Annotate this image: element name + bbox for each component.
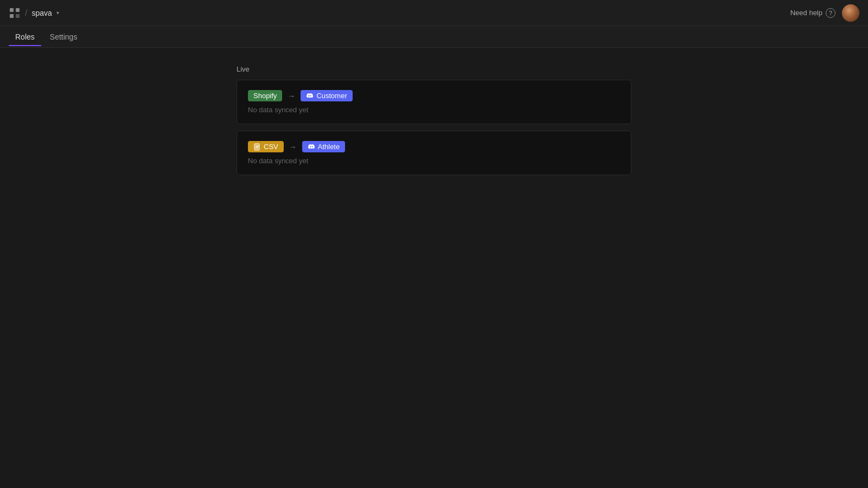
main-content: Live Shopify → Customer No data synced y…	[0, 48, 868, 182]
arrow-icon-2: →	[289, 143, 297, 151]
destination-label-customer: Customer	[316, 92, 347, 100]
csv-file-icon	[253, 143, 261, 151]
avatar-image	[842, 4, 859, 22]
svg-rect-3	[16, 14, 20, 18]
logo-icon	[9, 7, 21, 19]
content-inner: Live Shopify → Customer No data synced y…	[237, 65, 631, 182]
sync-card-csv-athlete[interactable]: CSV → Athlete No data synced yet	[237, 131, 631, 175]
header: / spava ▾ Need help ?	[0, 0, 868, 26]
destination-badge-customer: Customer	[301, 90, 352, 101]
breadcrumb-separator: /	[25, 8, 27, 18]
sync-card-row-2: CSV → Athlete	[248, 141, 620, 152]
header-right: Need help ?	[790, 4, 859, 22]
source-badge-shopify: Shopify	[248, 90, 282, 101]
svg-rect-2	[10, 14, 14, 18]
destination-label-athlete: Athlete	[318, 143, 340, 151]
no-data-text-2: No data synced yet	[248, 157, 620, 165]
nav-tabs: Roles Settings	[0, 26, 868, 48]
discord-icon-1	[306, 92, 314, 100]
tab-roles[interactable]: Roles	[9, 28, 41, 46]
help-circle-icon: ?	[826, 8, 835, 18]
need-help-button[interactable]: Need help ?	[790, 8, 835, 18]
svg-rect-0	[10, 8, 14, 12]
section-label: Live	[237, 65, 631, 73]
tab-settings[interactable]: Settings	[43, 28, 84, 46]
source-label-csv: CSV	[264, 143, 278, 151]
destination-badge-athlete: Athlete	[302, 141, 345, 152]
sync-card-row-1: Shopify → Customer	[248, 90, 620, 101]
sync-card-shopify-customer[interactable]: Shopify → Customer No data synced yet	[237, 80, 631, 124]
user-avatar[interactable]	[842, 4, 859, 22]
header-left: / spava ▾	[9, 7, 59, 19]
source-badge-csv: CSV	[248, 141, 284, 152]
project-name[interactable]: spava	[31, 9, 52, 17]
need-help-label: Need help	[790, 9, 822, 17]
project-chevron-icon[interactable]: ▾	[56, 10, 59, 16]
arrow-icon-1: →	[288, 92, 295, 100]
no-data-text-1: No data synced yet	[248, 106, 620, 114]
svg-rect-1	[16, 8, 20, 12]
discord-icon-2	[308, 143, 315, 151]
